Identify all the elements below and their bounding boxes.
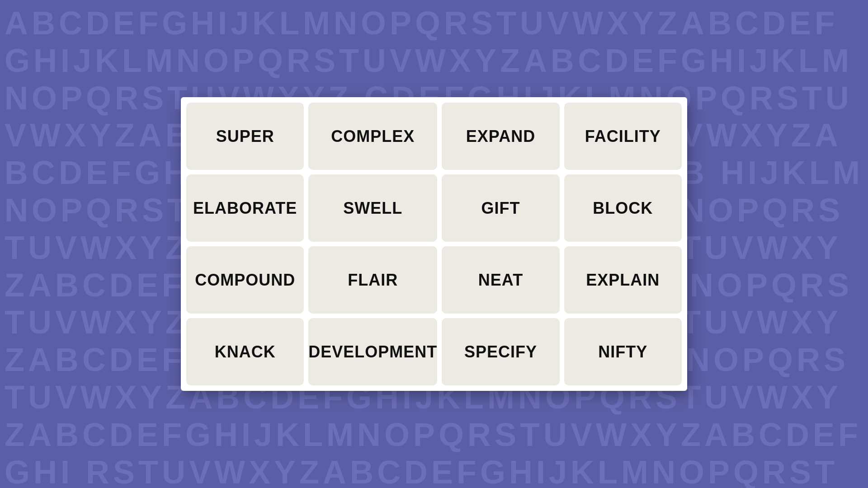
word-label-super: SUPER <box>216 127 274 146</box>
word-label-swell: SWELL <box>343 199 402 218</box>
word-label-neat: NEAT <box>478 271 523 290</box>
word-label-expand: EXPAND <box>466 127 535 146</box>
word-label-facility: FACILITY <box>585 127 661 146</box>
word-label-block: BLOCK <box>593 199 653 218</box>
word-card-complex[interactable]: COMPLEX <box>308 103 437 170</box>
word-label-flair: FLAIR <box>348 271 398 290</box>
word-card-compound[interactable]: COMPOUND <box>186 246 304 314</box>
word-card-facility[interactable]: FACILITY <box>564 103 682 170</box>
word-label-knack: KNACK <box>215 343 276 361</box>
word-card-super[interactable]: SUPER <box>186 103 304 170</box>
word-card-gift[interactable]: GIFT <box>442 174 559 242</box>
word-card-block[interactable]: BLOCK <box>564 174 682 242</box>
word-card-expand[interactable]: EXPAND <box>442 103 559 170</box>
word-card-nifty[interactable]: NIFTY <box>564 318 682 385</box>
word-label-elaborate: ELABORATE <box>193 199 297 218</box>
word-card-specify[interactable]: SPECIFY <box>442 318 559 385</box>
word-label-gift: GIFT <box>481 199 520 218</box>
word-label-complex: COMPLEX <box>331 127 415 146</box>
word-label-compound: COMPOUND <box>195 271 295 290</box>
word-card-knack[interactable]: KNACK <box>186 318 304 385</box>
word-grid: SUPERCOMPLEXEXPANDFACILITYELABORATESWELL… <box>181 97 687 391</box>
word-card-neat[interactable]: NEAT <box>442 246 559 314</box>
word-card-swell[interactable]: SWELL <box>308 174 437 242</box>
word-label-nifty: NIFTY <box>598 343 647 361</box>
word-card-elaborate[interactable]: ELABORATE <box>186 174 304 242</box>
word-card-development[interactable]: DEVELOPMENT <box>308 318 437 385</box>
word-card-flair[interactable]: FLAIR <box>308 246 437 314</box>
word-card-explain[interactable]: EXPLAIN <box>564 246 682 314</box>
word-label-specify: SPECIFY <box>464 343 537 361</box>
word-label-development: DEVELOPMENT <box>308 343 437 361</box>
word-label-explain: EXPLAIN <box>586 271 660 290</box>
